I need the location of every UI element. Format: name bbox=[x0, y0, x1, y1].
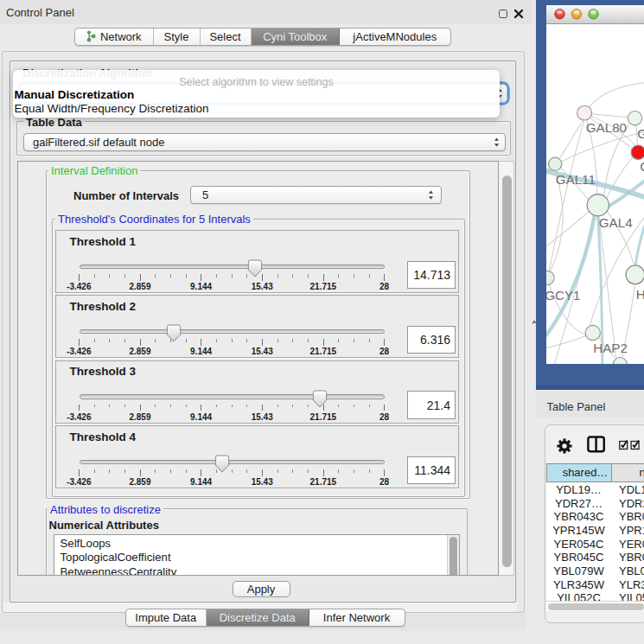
svg-text:GA: GA bbox=[637, 125, 644, 140]
svg-text:GAL80: GAL80 bbox=[585, 120, 626, 135]
svg-text:H: H bbox=[635, 286, 644, 301]
svg-text:HAP2: HAP2 bbox=[593, 341, 628, 355]
svg-text:GCY1: GCY1 bbox=[546, 287, 581, 302]
svg-text:C: C bbox=[640, 159, 644, 174]
svg-text:GAL4: GAL4 bbox=[598, 215, 632, 230]
svg-text:GAL11: GAL11 bbox=[555, 172, 595, 187]
